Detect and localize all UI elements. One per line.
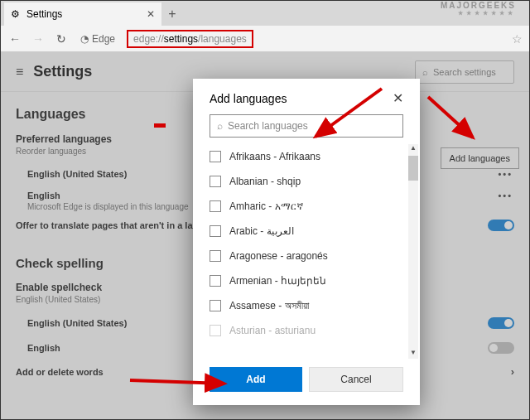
dialog-search-placeholder: Search languages xyxy=(228,120,308,132)
item-label: Aragonese - aragonés xyxy=(229,250,328,262)
watermark-stars: ★★★★★★★ xyxy=(441,10,516,17)
favorite-icon[interactable]: ☆ xyxy=(512,32,523,46)
url-suffix: /languages xyxy=(198,33,247,45)
back-button[interactable]: ← xyxy=(7,32,22,46)
address-bar: ← → ↻ ◔ Edge edge://settings/languages ☆ xyxy=(1,26,529,52)
close-icon[interactable]: ✕ xyxy=(393,90,403,106)
forward-button[interactable]: → xyxy=(31,32,46,46)
item-label: Arabic - العربية xyxy=(229,225,294,237)
edge-icon: ◔ xyxy=(80,33,89,45)
dialog-search-input[interactable]: ⌕ Search languages xyxy=(210,114,403,138)
search-icon: ⌕ xyxy=(217,120,223,132)
new-tab-button[interactable]: + xyxy=(161,2,183,26)
scroll-down-icon[interactable]: ▼ xyxy=(408,349,418,359)
gear-icon: ⚙ xyxy=(11,8,20,20)
annotation-mark xyxy=(154,123,166,128)
refresh-button[interactable]: ↻ xyxy=(54,32,69,46)
cancel-button[interactable]: Cancel xyxy=(309,367,403,392)
url-field[interactable]: edge://settings/languages xyxy=(127,30,253,48)
tab-settings[interactable]: ⚙ Settings ✕ xyxy=(4,2,161,26)
item-label: Armenian - հայերեն xyxy=(229,275,326,287)
item-label: Assamese - অসমীয়া xyxy=(229,300,309,311)
list-item[interactable]: Arabic - العربية xyxy=(210,219,408,244)
watermark: MAJORGEEKS ★★★★★★★ xyxy=(441,1,516,17)
site-identity: ◔ Edge xyxy=(80,33,115,45)
list-item[interactable]: Asturian - asturianu xyxy=(210,318,408,343)
dialog-language-list: Afrikaans - Afrikaans Albanian - shqip A… xyxy=(193,144,420,359)
list-item[interactable]: Amharic - አማርኛ xyxy=(210,194,408,219)
list-item[interactable]: Aragonese - aragonés xyxy=(210,244,408,268)
list-item[interactable]: Armenian - հայերեն xyxy=(210,268,408,293)
checkbox[interactable] xyxy=(210,200,221,212)
url-prefix: edge:// xyxy=(133,33,164,45)
scroll-thumb[interactable] xyxy=(408,156,418,181)
checkbox[interactable] xyxy=(210,275,221,287)
dialog-header: Add languages ✕ xyxy=(193,79,420,114)
add-button[interactable]: Add xyxy=(210,367,302,392)
checkbox[interactable] xyxy=(210,151,221,162)
checkbox[interactable] xyxy=(210,225,221,237)
list-item[interactable]: Afrikaans - Afrikaans xyxy=(210,144,408,169)
item-label: Albanian - shqip xyxy=(229,176,301,187)
dialog-buttons: Add Cancel xyxy=(193,359,420,405)
add-languages-dialog: Add languages ✕ ⌕ Search languages Afrik… xyxy=(193,79,420,405)
checkbox[interactable] xyxy=(210,300,221,311)
checkbox[interactable] xyxy=(210,325,221,336)
url-mid: settings xyxy=(164,33,198,45)
tab-title: Settings xyxy=(26,8,140,20)
scroll-up-icon[interactable]: ▲ xyxy=(408,144,418,154)
item-label: Asturian - asturianu xyxy=(229,325,316,336)
dialog-title: Add languages xyxy=(210,92,287,105)
checkbox[interactable] xyxy=(210,250,221,262)
close-tab-icon[interactable]: ✕ xyxy=(147,8,155,20)
list-item[interactable]: Albanian - shqip xyxy=(210,169,408,194)
item-label: Afrikaans - Afrikaans xyxy=(229,151,320,162)
scrollbar[interactable]: ▲ ▼ xyxy=(408,144,418,359)
item-label: Amharic - አማርኛ xyxy=(229,200,303,212)
checkbox[interactable] xyxy=(210,176,221,187)
list-item[interactable]: Assamese - অসমীয়া xyxy=(210,293,408,318)
edge-label-text: Edge xyxy=(92,33,115,45)
watermark-text: MAJORGEEKS xyxy=(441,1,516,10)
